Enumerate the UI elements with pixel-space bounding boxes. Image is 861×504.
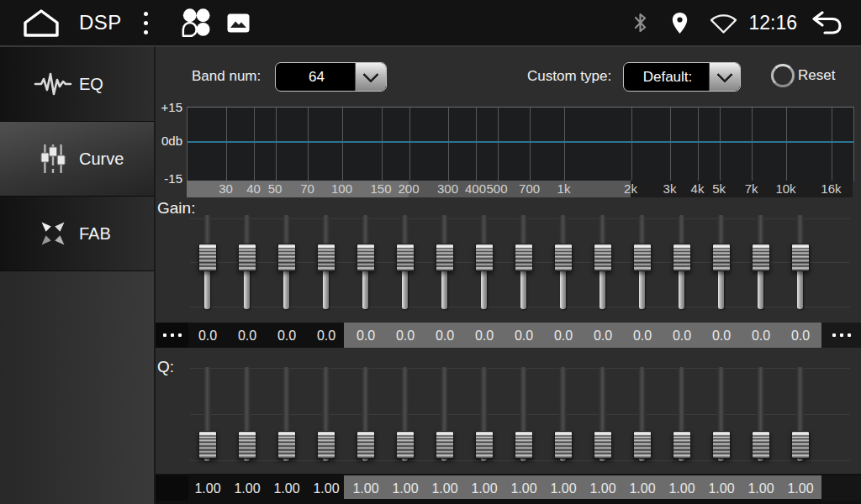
q-slider-thumb[interactable] <box>238 431 256 459</box>
gain-value: 0.0 <box>465 328 504 344</box>
q-slider-thumb[interactable] <box>475 431 494 459</box>
sidebar-item-eq[interactable]: EQ <box>0 47 154 122</box>
q-section-label: Q: <box>157 358 174 376</box>
q-slider-thumb[interactable] <box>712 431 731 459</box>
q-slider-thumb[interactable] <box>752 431 770 459</box>
plot-grid-line <box>631 108 632 181</box>
sidebar-item-curve[interactable]: Curve <box>0 122 154 197</box>
q-slider <box>515 367 533 461</box>
q-slider-thumb[interactable] <box>791 431 810 459</box>
slider-track-upper <box>717 215 725 247</box>
gain-slider-thumb[interactable] <box>277 244 296 271</box>
q-slider-thumb[interactable] <box>357 431 375 459</box>
q-value: 1.00 <box>544 481 583 496</box>
slider-track-upper <box>283 215 290 247</box>
gain-slider-thumb[interactable] <box>238 244 256 271</box>
gain-slider <box>594 215 612 309</box>
gain-slider-thumb[interactable] <box>633 244 652 271</box>
q-slider-thumb[interactable] <box>515 431 533 459</box>
home-icon[interactable] <box>22 8 61 38</box>
slider-track-lower <box>758 270 763 309</box>
gain-slider-thumb[interactable] <box>317 244 335 271</box>
frequency-tick-label: 1k <box>546 181 583 196</box>
y-axis-label-top: +15 <box>156 100 182 114</box>
zero-db-response-line <box>188 141 853 143</box>
q-value: 1.00 <box>623 481 662 496</box>
wifi-icon <box>709 12 738 34</box>
gain-slider-thumb[interactable] <box>436 244 454 271</box>
slider-track-upper <box>796 215 804 247</box>
menu-dots-icon[interactable] <box>144 12 148 34</box>
custom-type-value: Default: <box>624 63 711 91</box>
gain-slider-thumb[interactable] <box>594 244 612 271</box>
gain-value: 0.0 <box>425 328 464 344</box>
sidebar-item-fab[interactable]: FAB <box>0 197 154 271</box>
gain-slider-thumb[interactable] <box>515 244 533 271</box>
gain-value: 0.0 <box>188 328 227 344</box>
clock: 12:16 <box>748 12 797 34</box>
gain-slider-thumb[interactable] <box>712 244 731 271</box>
chevron-down-icon[interactable] <box>709 63 740 91</box>
q-value: 1.00 <box>267 481 306 496</box>
q-value: 1.00 <box>307 481 346 496</box>
gain-slider <box>791 215 810 309</box>
q-more-right-button[interactable] <box>821 475 861 501</box>
q-slider-thumb[interactable] <box>198 431 217 459</box>
slider-track-lower <box>204 270 210 309</box>
eq-curve-plot[interactable] <box>187 107 854 181</box>
gain-slider-thumb[interactable] <box>396 244 415 271</box>
q-slider-thumb[interactable] <box>317 431 335 459</box>
plot-grid-line <box>409 108 410 181</box>
q-value: 1.00 <box>663 481 701 496</box>
gain-more-left-button[interactable] <box>156 323 188 348</box>
plot-grid-line <box>226 108 227 181</box>
q-value: 1.00 <box>188 481 227 496</box>
gain-more-right-button[interactable] <box>821 323 861 348</box>
gain-value: 0.0 <box>623 328 662 344</box>
plot-grid-line <box>498 108 499 181</box>
q-slider-thumb[interactable] <box>436 431 454 459</box>
gain-slider-thumb[interactable] <box>752 244 770 271</box>
slider-track-lower <box>797 270 803 309</box>
gallery-icon[interactable] <box>227 13 250 33</box>
sidebar-item-label: Curve <box>79 150 124 169</box>
gain-slider-thumb[interactable] <box>673 244 691 271</box>
slider-track-upper <box>796 367 804 434</box>
eq-waveform-icon <box>34 71 72 97</box>
slider-track-upper <box>559 367 567 434</box>
q-more-left-button[interactable] <box>156 475 188 501</box>
plot-grid-line <box>720 108 721 181</box>
gain-slider-thumb[interactable] <box>791 244 810 271</box>
slider-track-upper <box>638 367 646 434</box>
plot-grid-line <box>670 108 671 181</box>
gain-value: 0.0 <box>663 328 701 344</box>
apps-icon[interactable] <box>178 6 212 39</box>
gain-value: 0.0 <box>346 328 385 344</box>
gain-slider-thumb[interactable] <box>198 244 217 271</box>
frequency-tick-label: 200 <box>390 181 427 196</box>
slider-track-upper <box>243 367 251 434</box>
q-slider-thumb[interactable] <box>554 431 573 459</box>
slider-track-lower <box>283 270 289 309</box>
gain-slider <box>673 215 691 309</box>
gain-slider-thumb[interactable] <box>357 244 375 271</box>
band-num-select[interactable]: 64 <box>275 62 387 92</box>
frequency-tick-label: 100 <box>324 181 361 196</box>
q-slider-thumb[interactable] <box>277 431 296 459</box>
custom-type-select[interactable]: Default: <box>623 62 741 92</box>
slider-track-lower <box>362 270 368 309</box>
slider-track-upper <box>322 367 330 434</box>
q-slider-thumb[interactable] <box>594 431 612 459</box>
q-slider <box>198 367 217 461</box>
reset-radio-button[interactable] <box>771 64 795 87</box>
q-slider-thumb[interactable] <box>673 431 691 459</box>
back-icon[interactable] <box>811 10 843 35</box>
band-num-label: Band num: <box>192 68 261 85</box>
slider-track-upper <box>678 367 685 434</box>
chevron-down-icon[interactable] <box>355 63 386 91</box>
slider-track-lower <box>679 270 684 309</box>
q-slider-thumb[interactable] <box>633 431 652 459</box>
gain-slider-thumb[interactable] <box>475 244 494 271</box>
gain-slider-thumb[interactable] <box>554 244 573 271</box>
q-slider-thumb[interactable] <box>396 431 415 459</box>
